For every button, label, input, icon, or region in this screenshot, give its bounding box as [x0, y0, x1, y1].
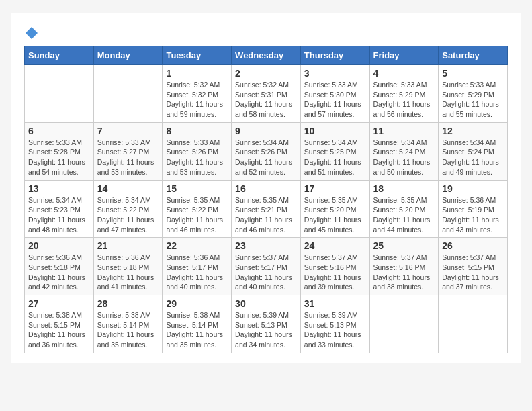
- day-cell: 28Sunrise: 5:38 AM Sunset: 5:14 PM Dayli…: [93, 295, 163, 353]
- week-row-3: 13Sunrise: 5:34 AM Sunset: 5:23 PM Dayli…: [25, 180, 508, 238]
- calendar-page: SundayMondayTuesdayWednesdayThursdayFrid…: [11, 13, 521, 363]
- day-detail: Sunrise: 5:35 AM Sunset: 5:20 PM Dayligh…: [304, 195, 366, 235]
- day-detail: Sunrise: 5:39 AM Sunset: 5:13 PM Dayligh…: [235, 310, 297, 350]
- day-detail: Sunrise: 5:37 AM Sunset: 5:17 PM Dayligh…: [235, 253, 297, 292]
- header-cell-monday: Monday: [93, 46, 163, 65]
- day-cell: 4Sunrise: 5:33 AM Sunset: 5:29 PM Daylig…: [369, 65, 439, 123]
- day-detail: Sunrise: 5:37 AM Sunset: 5:16 PM Dayligh…: [373, 253, 435, 292]
- day-number: 13: [28, 183, 90, 194]
- day-number: 6: [28, 126, 90, 136]
- day-number: 20: [28, 240, 90, 251]
- day-detail: Sunrise: 5:34 AM Sunset: 5:24 PM Dayligh…: [373, 138, 435, 177]
- day-number: 16: [235, 183, 297, 194]
- day-cell: [93, 65, 163, 123]
- day-number: 27: [28, 298, 90, 309]
- day-detail: Sunrise: 5:38 AM Sunset: 5:14 PM Dayligh…: [97, 310, 159, 350]
- day-number: 9: [235, 126, 297, 136]
- day-detail: Sunrise: 5:35 AM Sunset: 5:21 PM Dayligh…: [235, 195, 297, 235]
- day-number: 7: [97, 126, 159, 136]
- day-cell: 8Sunrise: 5:33 AM Sunset: 5:26 PM Daylig…: [163, 122, 232, 180]
- day-number: 18: [373, 183, 435, 194]
- day-number: 14: [97, 183, 159, 194]
- day-detail: Sunrise: 5:34 AM Sunset: 5:22 PM Dayligh…: [97, 195, 159, 235]
- week-row-4: 20Sunrise: 5:36 AM Sunset: 5:18 PM Dayli…: [25, 238, 508, 295]
- day-number: 15: [166, 183, 228, 194]
- logo-icon: [26, 27, 38, 39]
- week-row-5: 27Sunrise: 5:38 AM Sunset: 5:15 PM Dayli…: [25, 295, 508, 353]
- day-number: 10: [304, 126, 366, 136]
- day-cell: 12Sunrise: 5:34 AM Sunset: 5:24 PM Dayli…: [439, 122, 508, 180]
- day-number: 19: [442, 183, 504, 194]
- day-cell: 20Sunrise: 5:36 AM Sunset: 5:18 PM Dayli…: [25, 238, 94, 295]
- day-cell: 25Sunrise: 5:37 AM Sunset: 5:16 PM Dayli…: [369, 238, 439, 295]
- day-cell: 16Sunrise: 5:35 AM Sunset: 5:21 PM Dayli…: [232, 180, 301, 238]
- calendar-table: SundayMondayTuesdayWednesdayThursdayFrid…: [24, 46, 508, 353]
- day-number: 21: [97, 240, 159, 251]
- day-cell: 18Sunrise: 5:35 AM Sunset: 5:20 PM Dayli…: [369, 180, 439, 238]
- week-row-1: 1Sunrise: 5:32 AM Sunset: 5:32 PM Daylig…: [25, 65, 508, 123]
- day-cell: 19Sunrise: 5:36 AM Sunset: 5:19 PM Dayli…: [439, 180, 508, 238]
- day-number: 29: [166, 298, 228, 309]
- day-cell: 30Sunrise: 5:39 AM Sunset: 5:13 PM Dayli…: [232, 295, 301, 353]
- day-cell: 3Sunrise: 5:33 AM Sunset: 5:30 PM Daylig…: [300, 65, 369, 123]
- day-detail: Sunrise: 5:35 AM Sunset: 5:20 PM Dayligh…: [373, 195, 435, 235]
- day-detail: Sunrise: 5:36 AM Sunset: 5:19 PM Dayligh…: [442, 195, 504, 235]
- day-detail: Sunrise: 5:33 AM Sunset: 5:27 PM Dayligh…: [97, 138, 159, 177]
- day-cell: 7Sunrise: 5:33 AM Sunset: 5:27 PM Daylig…: [93, 122, 163, 180]
- day-number: 30: [235, 298, 297, 309]
- day-detail: Sunrise: 5:34 AM Sunset: 5:25 PM Dayligh…: [304, 138, 366, 177]
- header-area: [24, 27, 508, 39]
- day-cell: 27Sunrise: 5:38 AM Sunset: 5:15 PM Dayli…: [25, 295, 94, 353]
- day-detail: Sunrise: 5:37 AM Sunset: 5:16 PM Dayligh…: [304, 253, 366, 292]
- header-cell-sunday: Sunday: [25, 46, 94, 65]
- day-number: 24: [304, 240, 366, 251]
- header-cell-saturday: Saturday: [439, 46, 508, 65]
- logo: [24, 27, 38, 39]
- day-cell: 29Sunrise: 5:38 AM Sunset: 5:14 PM Dayli…: [163, 295, 232, 353]
- day-number: 5: [442, 68, 504, 79]
- day-detail: Sunrise: 5:35 AM Sunset: 5:22 PM Dayligh…: [166, 195, 228, 235]
- day-cell: [369, 295, 439, 353]
- day-number: 8: [166, 126, 228, 136]
- day-cell: 15Sunrise: 5:35 AM Sunset: 5:22 PM Dayli…: [163, 180, 232, 238]
- day-number: 2: [235, 68, 297, 79]
- day-cell: 11Sunrise: 5:34 AM Sunset: 5:24 PM Dayli…: [369, 122, 439, 180]
- day-cell: [25, 65, 94, 123]
- day-detail: Sunrise: 5:33 AM Sunset: 5:30 PM Dayligh…: [304, 80, 366, 120]
- day-detail: Sunrise: 5:36 AM Sunset: 5:17 PM Dayligh…: [166, 253, 228, 292]
- day-cell: 2Sunrise: 5:32 AM Sunset: 5:31 PM Daylig…: [232, 65, 301, 123]
- day-detail: Sunrise: 5:36 AM Sunset: 5:18 PM Dayligh…: [28, 253, 90, 292]
- day-detail: Sunrise: 5:33 AM Sunset: 5:29 PM Dayligh…: [442, 80, 504, 120]
- header-cell-thursday: Thursday: [300, 46, 369, 65]
- day-cell: 13Sunrise: 5:34 AM Sunset: 5:23 PM Dayli…: [25, 180, 94, 238]
- day-cell: 17Sunrise: 5:35 AM Sunset: 5:20 PM Dayli…: [300, 180, 369, 238]
- day-detail: Sunrise: 5:33 AM Sunset: 5:29 PM Dayligh…: [373, 80, 435, 120]
- day-detail: Sunrise: 5:32 AM Sunset: 5:31 PM Dayligh…: [235, 80, 297, 120]
- day-number: 3: [304, 68, 366, 79]
- header-row: SundayMondayTuesdayWednesdayThursdayFrid…: [25, 46, 508, 65]
- header-cell-friday: Friday: [369, 46, 439, 65]
- day-cell: 14Sunrise: 5:34 AM Sunset: 5:22 PM Dayli…: [93, 180, 163, 238]
- day-number: 1: [166, 68, 228, 79]
- day-number: 28: [97, 298, 159, 309]
- day-cell: 21Sunrise: 5:36 AM Sunset: 5:18 PM Dayli…: [93, 238, 163, 295]
- day-cell: 6Sunrise: 5:33 AM Sunset: 5:28 PM Daylig…: [25, 122, 94, 180]
- day-cell: 31Sunrise: 5:39 AM Sunset: 5:13 PM Dayli…: [300, 295, 369, 353]
- day-detail: Sunrise: 5:32 AM Sunset: 5:32 PM Dayligh…: [166, 80, 228, 120]
- day-detail: Sunrise: 5:34 AM Sunset: 5:23 PM Dayligh…: [28, 195, 90, 235]
- day-detail: Sunrise: 5:33 AM Sunset: 5:28 PM Dayligh…: [28, 138, 90, 177]
- day-detail: Sunrise: 5:37 AM Sunset: 5:15 PM Dayligh…: [442, 253, 504, 292]
- header-cell-wednesday: Wednesday: [232, 46, 301, 65]
- day-detail: Sunrise: 5:34 AM Sunset: 5:26 PM Dayligh…: [235, 138, 297, 177]
- day-number: 22: [166, 240, 228, 251]
- day-cell: 9Sunrise: 5:34 AM Sunset: 5:26 PM Daylig…: [232, 122, 301, 180]
- day-cell: 1Sunrise: 5:32 AM Sunset: 5:32 PM Daylig…: [163, 65, 232, 123]
- day-detail: Sunrise: 5:36 AM Sunset: 5:18 PM Dayligh…: [97, 253, 159, 292]
- day-number: 26: [442, 240, 504, 251]
- day-detail: Sunrise: 5:33 AM Sunset: 5:26 PM Dayligh…: [166, 138, 228, 177]
- day-number: 4: [373, 68, 435, 79]
- week-row-2: 6Sunrise: 5:33 AM Sunset: 5:28 PM Daylig…: [25, 122, 508, 180]
- day-cell: 26Sunrise: 5:37 AM Sunset: 5:15 PM Dayli…: [439, 238, 508, 295]
- day-number: 31: [304, 298, 366, 309]
- day-cell: [439, 295, 508, 353]
